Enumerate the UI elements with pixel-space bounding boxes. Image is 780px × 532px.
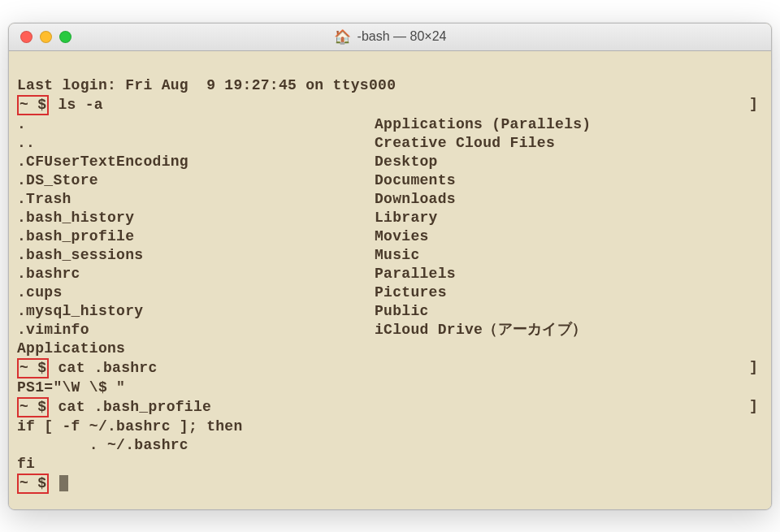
right-bracket: ] xyxy=(749,95,763,114)
list-item: Music xyxy=(375,246,763,265)
list-item: .Trash xyxy=(17,190,375,209)
list-item: Pictures xyxy=(375,283,763,302)
list-item: .DS_Store xyxy=(17,171,375,190)
terminal-window: 🏠 -bash — 80×24 Last login: Fri Aug 9 19… xyxy=(8,23,772,510)
list-item: Applications xyxy=(17,340,375,358)
command-text: cat .bashrc xyxy=(58,360,157,376)
cursor-icon xyxy=(59,475,68,491)
list-item: . xyxy=(17,115,375,134)
minimize-icon[interactable] xyxy=(40,31,52,43)
window-title: 🏠 -bash — 80×24 xyxy=(334,28,447,45)
list-item: Documents xyxy=(375,171,763,190)
ls-output: ....CFUserTextEncoding.DS_Store.Trash.ba… xyxy=(17,115,763,358)
right-bracket: ] xyxy=(749,358,763,377)
list-item: Downloads xyxy=(375,190,763,209)
list-item xyxy=(375,340,763,358)
output-line: if [ -f ~/.bashrc ]; then xyxy=(17,417,763,436)
list-item: Public xyxy=(375,302,763,321)
list-item: Desktop xyxy=(375,153,763,171)
list-item: .bash_sessions xyxy=(17,246,375,265)
output-line: . ~/.bashrc xyxy=(17,436,763,455)
list-item: .cups xyxy=(17,283,375,302)
list-item: Applications (Parallels) xyxy=(375,115,763,134)
list-item: .viminfo xyxy=(17,321,375,340)
list-item: Parallels xyxy=(375,265,763,283)
command-text: cat .bash_profile xyxy=(58,399,211,415)
list-item: .CFUserTextEncoding xyxy=(17,153,375,171)
list-item: Movies xyxy=(375,227,763,246)
output-line: PS1="\W \$ " xyxy=(17,378,763,397)
close-icon[interactable] xyxy=(20,31,32,43)
prompt: ~ $ xyxy=(17,397,49,417)
command-text: ls -a xyxy=(58,97,103,113)
list-item: .bashrc xyxy=(17,265,375,283)
list-item: .mysql_history xyxy=(17,302,375,321)
list-item: .. xyxy=(17,134,375,153)
terminal-body[interactable]: Last login: Fri Aug 9 19:27:45 on ttys00… xyxy=(9,51,771,509)
prompt: ~ $ xyxy=(17,358,49,378)
titlebar[interactable]: 🏠 -bash — 80×24 xyxy=(9,24,771,51)
home-icon: 🏠 xyxy=(334,28,351,45)
list-item: Creative Cloud Files xyxy=(375,134,763,153)
list-item: .bash_history xyxy=(17,209,375,227)
list-item: .bash_profile xyxy=(17,227,375,246)
title-text: -bash — 80×24 xyxy=(358,29,447,44)
prompt: ~ $ xyxy=(17,474,49,494)
window-controls xyxy=(9,31,72,43)
right-bracket: ] xyxy=(749,397,763,416)
list-item: Library xyxy=(375,209,763,227)
output-line: fi xyxy=(17,455,763,474)
list-item: iCloud Drive（アーカイブ） xyxy=(375,321,763,340)
last-login-line: Last login: Fri Aug 9 19:27:45 on ttys00… xyxy=(17,76,763,95)
zoom-icon[interactable] xyxy=(59,31,72,43)
prompt: ~ $ xyxy=(17,95,49,115)
